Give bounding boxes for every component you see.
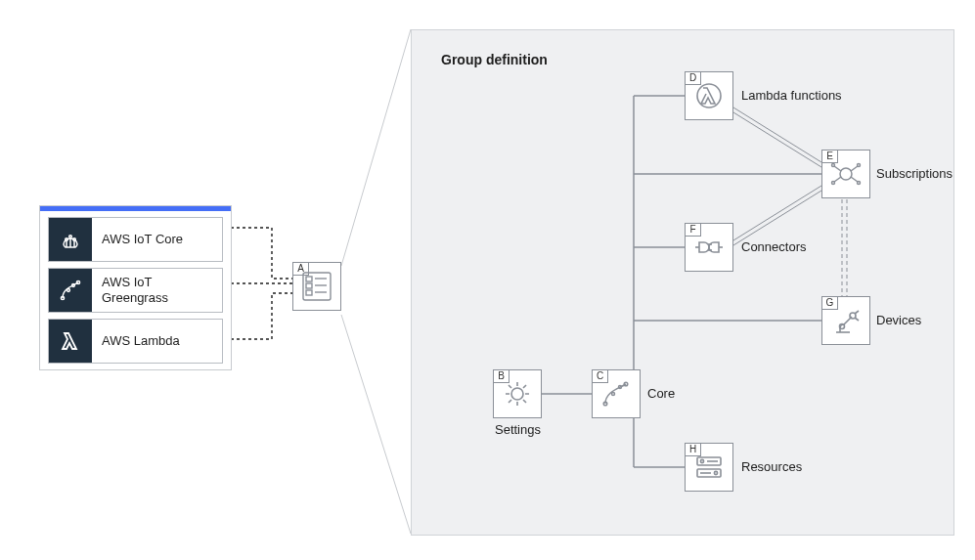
core-icon [598, 376, 634, 411]
node-A: A [292, 262, 341, 311]
node-D-lambda-functions: D [685, 71, 733, 120]
node-E-label: Subscriptions [876, 166, 953, 181]
node-C-core: C [592, 369, 641, 418]
node-H-resources: H [685, 443, 733, 492]
svg-point-40 [832, 164, 835, 167]
robot-arm-icon [828, 303, 864, 338]
svg-point-42 [832, 182, 835, 185]
node-B-label: Settings [495, 422, 541, 437]
svg-point-55 [714, 471, 717, 474]
service-greengrass-label: AWS IoT Greengrass [92, 273, 222, 307]
connectors-icon [691, 230, 727, 265]
iot-core-icon [49, 218, 92, 261]
svg-point-23 [67, 289, 70, 292]
group-definition-title: Group definition [441, 52, 548, 67]
svg-line-39 [834, 166, 841, 171]
greengrass-icon [49, 269, 92, 312]
resources-icon [691, 450, 727, 485]
svg-line-1 [341, 315, 411, 534]
svg-point-52 [700, 459, 703, 462]
aws-services-panel: AWS IoT Core AWS IoT Greengrass AWS Lamb… [39, 205, 232, 370]
node-G-devices: G [821, 296, 870, 345]
svg-point-32 [511, 388, 523, 400]
svg-point-35 [612, 393, 615, 396]
svg-rect-28 [306, 283, 312, 288]
svg-point-46 [858, 182, 861, 185]
node-H-label: Resources [741, 459, 802, 474]
lambda-icon [691, 78, 727, 113]
svg-point-38 [840, 168, 852, 180]
node-B-settings: B [493, 369, 542, 418]
lambda-icon [49, 320, 92, 363]
gear-icon [500, 376, 535, 411]
svg-line-41 [834, 177, 841, 182]
svg-point-50 [840, 324, 845, 329]
group-definition-panel: Group definition [411, 29, 954, 536]
svg-point-18 [69, 236, 72, 238]
group-icon [299, 269, 334, 304]
node-F-label: Connectors [741, 239, 806, 254]
svg-line-43 [851, 166, 858, 171]
svg-line-45 [851, 177, 858, 182]
node-G-label: Devices [876, 313, 921, 327]
node-E-subscriptions: E [821, 150, 870, 198]
service-iot-core-label: AWS IoT Core [92, 230, 193, 249]
subscriptions-icon [828, 156, 864, 192]
service-lambda-label: AWS Lambda [92, 331, 190, 351]
svg-rect-26 [306, 277, 312, 281]
service-iot-core: AWS IoT Core [48, 217, 223, 262]
svg-line-0 [341, 29, 411, 266]
svg-point-44 [858, 164, 861, 167]
node-D-label: Lambda functions [741, 88, 842, 103]
service-lambda: AWS Lambda [48, 319, 223, 364]
node-F-connectors: F [685, 223, 733, 272]
svg-rect-30 [306, 290, 312, 295]
service-greengrass: AWS IoT Greengrass [48, 268, 223, 313]
node-C-label: Core [647, 386, 675, 401]
panel-accent-bar [40, 206, 231, 211]
